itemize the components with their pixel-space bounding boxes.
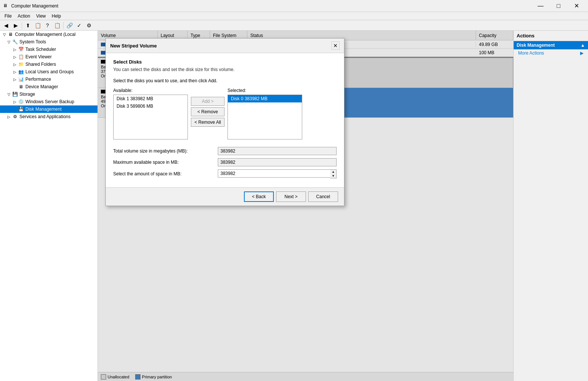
sidebar-services-label: Services and Applications: [19, 114, 71, 119]
services-expand: ▷: [6, 114, 12, 120]
sidebar-root-label: Computer Management (Local: [15, 32, 75, 37]
disk-icon: 💾: [18, 106, 24, 112]
sidebar-backup-label: Windows Server Backup: [25, 99, 74, 104]
selected-disks-list[interactable]: Disk 0 383982 MB: [228, 95, 302, 139]
app-icon: 🖥: [3, 3, 9, 9]
content-area: Volume Layout Type File System Status Ca…: [98, 31, 513, 381]
task-icon: 📅: [18, 46, 24, 52]
users-icon: 👥: [18, 69, 24, 75]
new-striped-volume-dialog: New Striped Volume ✕ Select Disks You ca…: [105, 38, 344, 206]
disk-select-area: Available: Disk 1 383982 MB Disk 3 58980…: [113, 88, 337, 139]
sidebar-item-root[interactable]: ▽ 🖥 Computer Management (Local: [0, 31, 98, 38]
computer-icon: 🖥: [7, 31, 13, 37]
select-amount-label: Select the amount of space in MB:: [113, 171, 218, 176]
dialog-overlay: New Striped Volume ✕ Select Disks You ca…: [98, 31, 513, 381]
next-button[interactable]: Next >: [276, 191, 306, 202]
available-disks-list[interactable]: Disk 1 383982 MB Disk 3 589806 MB: [113, 95, 188, 139]
sidebar-item-task-scheduler[interactable]: ▷ 📅 Task Scheduler: [0, 46, 98, 53]
dialog-title-bar: New Striped Volume ✕: [106, 39, 344, 53]
sidebar-item-disk-management[interactable]: 💾 Disk Management: [0, 105, 98, 113]
select-amount-input[interactable]: [218, 169, 330, 178]
sidebar-item-storage[interactable]: ▽ 💾 Storage: [0, 90, 98, 98]
select-amount-row: Select the amount of space in MB: ▲ ▼: [113, 169, 337, 178]
menu-action[interactable]: Action: [15, 13, 33, 19]
toolbar-sep-1: [22, 22, 22, 29]
dialog-close-button[interactable]: ✕: [331, 42, 340, 50]
sidebar-event-label: Event Viewer: [25, 54, 52, 59]
menu-view[interactable]: View: [33, 13, 49, 19]
shared-icon: 📁: [18, 61, 24, 67]
services-icon: ⚙: [12, 114, 18, 120]
add-button[interactable]: Add >: [191, 97, 225, 106]
dialog-title: New Striped Volume: [110, 43, 157, 49]
sidebar-item-backup[interactable]: ▷ 💿 Windows Server Backup: [0, 98, 98, 105]
spin-down-button[interactable]: ▼: [330, 174, 336, 178]
storage-expand: ▽: [6, 91, 12, 97]
sidebar-device-label: Device Manager: [25, 84, 58, 89]
show-hide-button[interactable]: 📋: [33, 21, 42, 30]
sidebar-system-tools-label: System Tools: [19, 39, 46, 44]
total-volume-label: Total volume size in megabytes (MB):: [113, 148, 218, 154]
sidebar-perf-label: Performance: [25, 77, 51, 82]
event-icon: 📋: [18, 54, 24, 60]
actions-collapse-icon[interactable]: ▲: [581, 43, 585, 48]
up-button[interactable]: ⬆: [24, 21, 33, 30]
sidebar-storage-label: Storage: [19, 92, 35, 97]
total-volume-value: 383982: [218, 147, 337, 155]
max-available-label: Maximum available space in MB:: [113, 160, 218, 165]
available-disk-3[interactable]: Disk 3 589806 MB: [114, 102, 188, 110]
actions-title: Actions: [514, 31, 588, 41]
link-button[interactable]: 🔗: [65, 21, 74, 30]
sidebar-item-shared-folders[interactable]: ▷ 📁 Shared Folders: [0, 61, 98, 68]
main-layout: ▽ 🖥 Computer Management (Local ▽ 🔧 Syste…: [0, 31, 588, 381]
menu-help[interactable]: Help: [49, 13, 64, 19]
actions-panel: Actions Disk Management ▲ More Actions ▶: [513, 31, 588, 381]
perf-expand: ▷: [12, 76, 18, 82]
spin-buttons: ▲ ▼: [330, 169, 337, 178]
dialog-description: You can select the disks and set the dis…: [113, 67, 337, 72]
toolbar: ◀ ▶ ⬆ 📋 ? 📋 🔗 ✓ ⚙: [0, 20, 588, 31]
sidebar-item-device-manager[interactable]: 🖥 Device Manager: [0, 83, 98, 90]
dialog-instruction: Select the disks you want to use, and th…: [113, 78, 337, 83]
minimize-button[interactable]: —: [532, 0, 549, 12]
sidebar-item-local-users[interactable]: ▷ 👥 Local Users and Groups: [0, 68, 98, 76]
dialog-section-title: Select Disks: [113, 59, 337, 65]
window-controls: — □ ✕: [532, 0, 585, 12]
sidebar-item-services[interactable]: ▷ ⚙ Services and Applications: [0, 113, 98, 120]
back-button[interactable]: ◀: [1, 21, 10, 30]
sidebar-task-label: Task Scheduler: [25, 47, 56, 52]
remove-all-button[interactable]: < Remove All: [191, 118, 225, 127]
more-actions-arrow-icon: ▶: [580, 50, 584, 56]
sidebar-item-performance[interactable]: ▷ 📊 Performance: [0, 76, 98, 83]
disk-transfer-buttons: Add > < Remove < Remove All: [191, 88, 225, 127]
check-button[interactable]: ✓: [75, 21, 84, 30]
maximize-button[interactable]: □: [550, 0, 567, 12]
spin-up-button[interactable]: ▲: [330, 170, 336, 174]
max-available-row: Maximum available space in MB: 383982: [113, 158, 337, 166]
back-button[interactable]: < Back: [244, 191, 274, 202]
system-tools-icon: 🔧: [12, 39, 18, 45]
selected-disk-0[interactable]: Disk 0 383982 MB: [228, 95, 302, 102]
app-title: Computer Management: [11, 3, 532, 9]
help-button[interactable]: ?: [43, 21, 52, 30]
forward-button[interactable]: ▶: [11, 21, 20, 30]
backup-icon: 💿: [18, 99, 24, 105]
menu-file[interactable]: File: [1, 13, 15, 19]
title-bar: 🖥 Computer Management — □ ✕: [0, 0, 588, 12]
max-available-value: 383982: [218, 158, 337, 166]
root-expand-icon: ▽: [1, 31, 7, 37]
sidebar-item-system-tools[interactable]: ▽ 🔧 System Tools: [0, 38, 98, 46]
available-disk-1[interactable]: Disk 1 383982 MB: [114, 95, 188, 102]
remove-button[interactable]: < Remove: [191, 107, 225, 116]
settings-button[interactable]: ⚙: [84, 21, 93, 30]
selected-section: Selected: Disk 0 383982 MB: [228, 88, 302, 139]
disk-expand: [12, 106, 18, 112]
cancel-button[interactable]: Cancel: [308, 191, 338, 202]
device-icon: 🖥: [18, 84, 24, 90]
sidebar-item-event-viewer[interactable]: ▷ 📋 Event Viewer: [0, 53, 98, 61]
toolbar-sep-2: [63, 22, 64, 29]
more-actions-link[interactable]: More Actions ▶: [514, 49, 588, 57]
close-button[interactable]: ✕: [568, 0, 585, 12]
total-volume-row: Total volume size in megabytes (MB): 383…: [113, 147, 337, 155]
export-button[interactable]: 📋: [53, 21, 62, 30]
